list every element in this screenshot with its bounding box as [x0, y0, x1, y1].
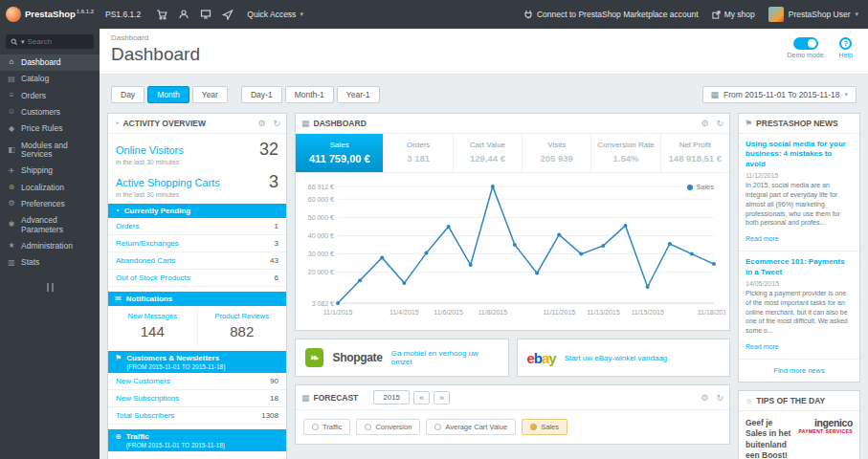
kpi-label: Visits [524, 141, 589, 149]
quick-access-menu[interactable]: Quick Access▾ [247, 10, 303, 19]
date-range-picker[interactable]: ▦ From 2015-11-01 To 2015-11-18 ▾ [702, 86, 857, 103]
sidebar-item-stats[interactable]: ▥Stats [0, 254, 100, 271]
news-panel-title: PRESTASHOP NEWS [756, 119, 838, 128]
sidebar-item-dashboard[interactable]: ⌂Dashboard [0, 55, 100, 71]
sidebar-item-orders[interactable]: ≡Orders [0, 88, 100, 104]
range-month-1-button[interactable]: Month-1 [285, 86, 334, 103]
forecast-legend-conversion[interactable]: Conversion [356, 419, 420, 435]
new-messages-col[interactable]: New Messages 144 [108, 306, 198, 346]
sidebar-item-localization[interactable]: ⊕Localization [0, 180, 100, 196]
sidebar-item-price-rules[interactable]: ◆Price Rules [0, 120, 100, 137]
read-more-link[interactable]: Read more [746, 235, 779, 242]
user-menu[interactable]: PrestaShop User ▾ [768, 7, 858, 22]
total-subscribers-link[interactable]: Total Subscribers [116, 411, 174, 420]
toggle-icon[interactable] [793, 37, 818, 50]
pending-orders-row: Orders1 [108, 218, 286, 235]
forecast-legend-sales[interactable]: Sales [522, 419, 568, 435]
search-input[interactable] [28, 37, 81, 46]
abandoned-carts-link[interactable]: Abandoned Carts [116, 256, 175, 265]
sidebar-item-modules[interactable]: ◧Modules and Services [0, 138, 100, 164]
refresh-icon[interactable]: ↻ [273, 119, 280, 128]
product-reviews-col[interactable]: Product Reviews 882 [198, 306, 287, 346]
main-content: Dashboard Dashboard Demo mode ? Help Day… [100, 29, 868, 459]
forecast-panel: ▦ FORECAST 2015 « » ⚙ ↻ Traffic Conversi… [295, 384, 730, 445]
kpi-cart-value[interactable]: Cart Value 129,44 € [454, 134, 523, 172]
kpi-orders[interactable]: Orders 3 181 [384, 134, 453, 172]
my-shop-link[interactable]: My shop [712, 10, 755, 19]
sidebar-item-label: Catalog [21, 75, 49, 83]
kpi-net-profit[interactable]: Net Profit 148 918,51 € [661, 134, 729, 172]
collapse-sidebar-icon[interactable] [0, 272, 100, 303]
news-article-title[interactable]: Ecommerce 101: Payments in a Tweet [746, 257, 853, 277]
flag-icon: ⚑ [115, 354, 122, 362]
online-visitors-link[interactable]: Online Visitors [116, 144, 184, 156]
store-icon[interactable] [200, 9, 211, 20]
range-month-button[interactable]: Month [147, 86, 189, 103]
find-more-news-link[interactable]: Find more news [739, 360, 859, 382]
refresh-icon[interactable]: ↻ [716, 393, 723, 403]
breadcrumb[interactable]: Dashboard [111, 33, 857, 42]
sidebar-item-preferences[interactable]: ⚙Preferences [0, 196, 100, 212]
pending-orders-link[interactable]: Orders [116, 222, 139, 230]
forecast-legend-traffic[interactable]: Traffic [303, 419, 350, 435]
forecast-year-select[interactable]: 2015 [373, 390, 410, 404]
sidebar-item-administration[interactable]: ★Administration [0, 238, 100, 254]
returns-link[interactable]: Return/Exchanges [116, 239, 179, 248]
help-button[interactable]: ? Help [839, 37, 853, 58]
online-visitors-sub: in the last 30 minutes [116, 159, 184, 165]
sidebar-search[interactable]: ▾ [6, 34, 94, 49]
out-of-stock-link[interactable]: Out of Stock Products [116, 273, 190, 282]
avatar [768, 7, 784, 22]
online-visitors-value: 32 [259, 141, 278, 158]
sidebar-item-advanced-parameters[interactable]: ✱Advanced Parameters [0, 212, 100, 238]
range-year-button[interactable]: Year [192, 86, 228, 103]
shopgate-promo-link[interactable]: Ga mobiel en verhoog uw omzet [391, 349, 499, 366]
new-messages-value: 144 [110, 323, 195, 339]
range-day-button[interactable]: Day [111, 86, 145, 103]
svg-text:66 912 €: 66 912 € [308, 184, 334, 190]
sidebar-item-shipping[interactable]: ✈Shipping [0, 163, 100, 179]
radio-icon [530, 424, 537, 430]
total-subscribers-row: Total Subscribers1308 [108, 407, 286, 425]
ebay-promo-link[interactable]: Start uw eBay-winkel vandaag [565, 354, 668, 362]
connect-marketplace-link[interactable]: Connect to PrestaShop Marketplace accoun… [523, 10, 699, 19]
sidebar-item-customers[interactable]: ☺Customers [0, 104, 100, 120]
kpi-visits[interactable]: Visits 205 939 [523, 134, 591, 172]
google-analytics-link[interactable]: Link to your Google Analytics account [108, 451, 286, 459]
demo-mode-label: Demo mode [787, 52, 823, 58]
range-year-1-button[interactable]: Year-1 [337, 86, 380, 103]
total-subscribers-value: 1308 [261, 411, 278, 420]
active-carts-link[interactable]: Active Shopping Carts [116, 177, 220, 188]
radio-icon [365, 424, 371, 430]
dashboard-content: Day Month Year Day-1 Month-1 Year-1 ▦ Fr… [100, 75, 868, 459]
range-day-1-button[interactable]: Day-1 [241, 86, 282, 103]
kpi-sales[interactable]: Sales 411 759,00 € [296, 134, 384, 172]
localization-icon: ⊕ [7, 184, 16, 192]
prestashop-brand[interactable]: PrestaShop1.6.1.2 [0, 7, 100, 22]
gear-icon[interactable]: ⚙ [701, 119, 708, 128]
refresh-icon[interactable]: ↻ [716, 119, 723, 128]
dashboard-icon: ⌂ [7, 58, 16, 67]
ingenico-brand-name: ingenico [798, 418, 853, 428]
online-visitors-row: Online Visitors in the last 30 minutes 3… [108, 134, 286, 166]
new-subscriptions-link[interactable]: New Subscriptions [116, 394, 179, 403]
gear-icon[interactable]: ⚙ [701, 393, 708, 403]
cart-icon[interactable] [156, 9, 167, 20]
news-article-title[interactable]: Using social media for your business: 4 … [746, 140, 853, 169]
profile-icon[interactable] [178, 9, 189, 20]
chevron-down-icon: ▾ [21, 38, 25, 46]
forecast-prev-button[interactable]: « [413, 391, 430, 404]
demo-mode-toggle[interactable]: Demo mode [787, 37, 823, 58]
gear-icon[interactable]: ⚙ [257, 119, 265, 128]
rocket-icon[interactable] [222, 9, 234, 20]
help-icon: ? [839, 37, 852, 50]
new-customers-link[interactable]: New Customers [116, 377, 170, 385]
kpi-value: 148 918,51 € [663, 153, 727, 164]
sidebar-item-catalog[interactable]: ▤Catalog [0, 71, 100, 87]
section-title: Customers & Newsletters [126, 354, 225, 362]
read-more-link[interactable]: Read more [746, 343, 779, 350]
sidebar-item-label: Advanced Parameters [21, 216, 93, 234]
forecast-legend-average-cart-value[interactable]: Average Cart Value [426, 419, 516, 435]
kpi-conversion-rate[interactable]: Conversion Rate 1.54% [591, 134, 660, 172]
forecast-next-button[interactable]: » [434, 391, 450, 404]
